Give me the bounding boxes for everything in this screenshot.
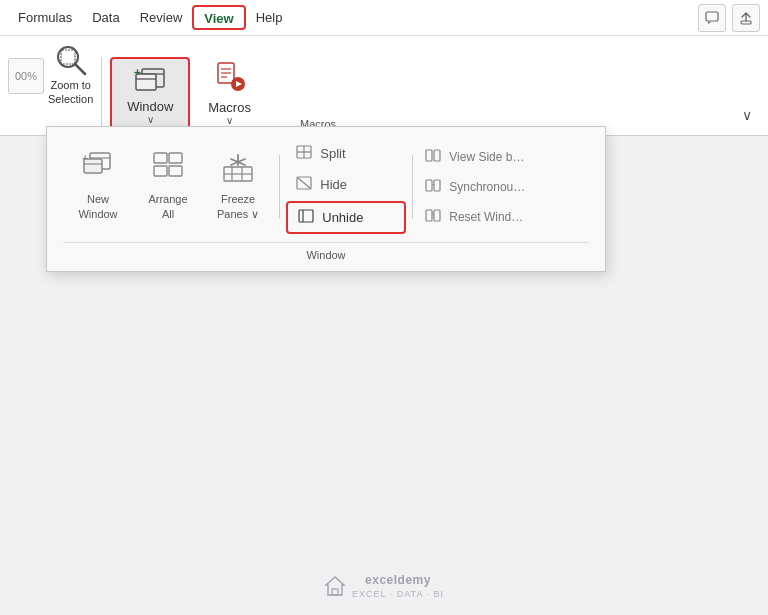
menu-review[interactable]: Review — [130, 6, 193, 29]
svg-rect-23 — [154, 166, 167, 176]
ribbon-separator-1 — [101, 57, 102, 127]
drop-arrange-all[interactable]: ArrangeAll — [133, 145, 203, 229]
synchronous-icon — [425, 179, 441, 195]
drop-reset-window-label: Reset Wind… — [449, 210, 523, 224]
svg-line-36 — [298, 178, 310, 188]
drop-split-label: Split — [320, 146, 345, 161]
svg-rect-21 — [154, 153, 167, 163]
drop-unhide[interactable]: Unhide — [286, 201, 406, 234]
svg-rect-24 — [169, 166, 182, 176]
svg-rect-39 — [426, 150, 432, 161]
drop-reset-window[interactable]: Reset Wind… — [419, 203, 549, 231]
freeze-panes-drop-label: FreezePanes ∨ — [217, 192, 259, 223]
drop-synchronous-label: Synchronou… — [449, 180, 525, 194]
reset-window-icon — [425, 209, 441, 225]
svg-rect-42 — [434, 180, 440, 191]
menu-data[interactable]: Data — [82, 6, 129, 29]
drop-view-side-label: View Side b… — [449, 150, 524, 164]
brand-house-icon — [324, 575, 346, 597]
view-side-icon — [425, 149, 441, 165]
svg-rect-0 — [706, 12, 718, 21]
new-window-drop-icon: + — [82, 151, 114, 190]
drop-split[interactable]: Split — [286, 139, 406, 168]
zoom-box: 00% — [8, 58, 44, 94]
new-window-icon-svg: + — [82, 151, 114, 183]
window-label: Window — [127, 99, 173, 114]
zoom-to-selection-label: Zoom toSelection — [48, 78, 93, 107]
new-window-icon: + — [134, 65, 166, 95]
menu-help[interactable]: Help — [246, 6, 293, 29]
arrange-all-icon — [152, 151, 184, 190]
dropdown-panel: + NewWindow — [46, 126, 606, 272]
reset-window-icon-svg — [425, 209, 441, 222]
menu-formulas[interactable]: Formulas — [8, 6, 82, 29]
svg-rect-40 — [434, 150, 440, 161]
svg-marker-45 — [326, 577, 344, 595]
window-icon-area: + — [132, 63, 168, 97]
comment-icon-btn[interactable] — [698, 4, 726, 32]
dropdown-row: + NewWindow — [63, 139, 589, 234]
svg-rect-1 — [741, 21, 751, 24]
macros-label: Macros — [208, 100, 251, 115]
drop-right-items: Split Hide — [286, 139, 406, 234]
unhide-icon — [298, 209, 314, 226]
split-icon — [296, 145, 312, 162]
arrange-all-drop-label: ArrangeAll — [148, 192, 187, 223]
svg-rect-4 — [61, 50, 75, 64]
svg-rect-44 — [434, 210, 440, 221]
synchronous-icon-svg — [425, 179, 441, 192]
menu-bar: Formulas Data Review View Help — [0, 0, 768, 36]
drop-synchronous[interactable]: Synchronou… — [419, 173, 549, 201]
svg-rect-19 — [84, 159, 102, 173]
drop-hide-label: Hide — [320, 177, 347, 192]
freeze-panes-icon — [222, 151, 254, 190]
menu-view[interactable]: View — [192, 5, 245, 30]
zoom-to-selection-icon — [53, 42, 89, 78]
svg-rect-43 — [426, 210, 432, 221]
new-window-drop-label: NewWindow — [78, 192, 117, 223]
brand-name: exceldemy — [352, 572, 444, 589]
svg-line-3 — [75, 64, 85, 74]
macros-icon — [212, 61, 248, 100]
svg-rect-8 — [136, 74, 156, 90]
share-icon — [739, 11, 753, 25]
dropdown-separator-1 — [279, 155, 280, 219]
drop-freeze-panes[interactable]: FreezePanes ∨ — [203, 145, 273, 229]
macros-icon-svg — [212, 61, 248, 93]
svg-rect-41 — [426, 180, 432, 191]
drop-hide[interactable]: Hide — [286, 170, 406, 199]
hide-icon-svg — [296, 176, 312, 190]
brand-sub: EXCEL · DATA · BI — [352, 589, 444, 599]
ribbon-container: Formulas Data Review View Help — [0, 0, 768, 136]
arrange-all-icon-svg — [152, 151, 184, 183]
brand-area: exceldemy EXCEL · DATA · BI — [0, 572, 768, 599]
dropdown-separator-2 — [412, 155, 413, 219]
view-side-icon-svg — [425, 149, 441, 162]
zoom-percent: 00% — [15, 70, 37, 82]
ribbon-area: 00% Zoom toSelection + — [0, 36, 768, 136]
drop-unhide-label: Unhide — [322, 210, 363, 225]
dropdown-footer-label: Window — [306, 249, 345, 261]
drop-far-right: View Side b… Synchronou… — [419, 143, 549, 231]
svg-rect-46 — [332, 589, 338, 595]
zoom-to-selection[interactable]: Zoom toSelection — [48, 42, 93, 111]
freeze-panes-icon-svg — [222, 151, 254, 183]
split-icon-svg — [296, 145, 312, 159]
hide-icon — [296, 176, 312, 193]
share-icon-btn[interactable] — [732, 4, 760, 32]
dropdown-footer: Window — [63, 242, 589, 261]
svg-rect-22 — [169, 153, 182, 163]
comment-icon — [705, 11, 719, 25]
drop-new-window[interactable]: + NewWindow — [63, 145, 133, 229]
unhide-icon-svg — [298, 209, 314, 223]
svg-rect-37 — [299, 210, 313, 222]
drop-view-side[interactable]: View Side b… — [419, 143, 549, 171]
